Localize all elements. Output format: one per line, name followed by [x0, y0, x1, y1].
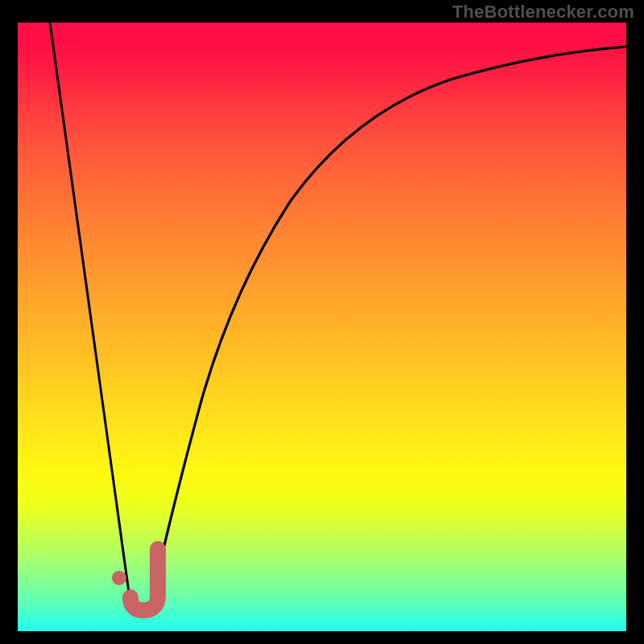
- chart-frame: TheBottlenecker.com: [0, 0, 644, 644]
- valley-right-branch: [151, 47, 626, 602]
- valley-j-dot: [112, 571, 126, 585]
- plot-area: [18, 23, 626, 631]
- watermark-text: TheBottlenecker.com: [452, 2, 634, 23]
- curve-layer: [18, 23, 626, 631]
- valley-j-marker: [130, 549, 158, 610]
- valley-left-branch: [50, 23, 130, 604]
